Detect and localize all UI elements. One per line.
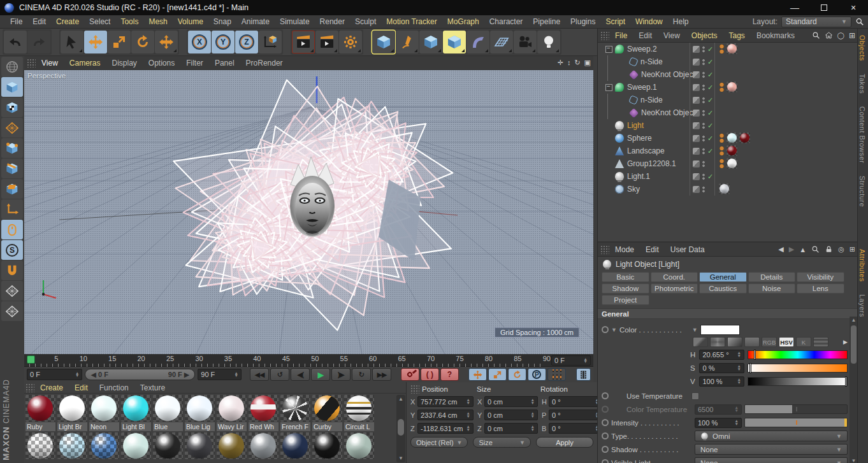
material-tag[interactable] [727,158,737,169]
expand-toggle[interactable] [605,160,612,167]
enabled-checkmark[interactable]: ✓ [707,71,714,79]
visibility-column[interactable]: ✓ [690,132,715,145]
visibility-column[interactable] [690,157,715,170]
use-temperature-checkbox[interactable] [691,392,699,400]
material-item[interactable]: Wavy Lir [217,395,248,431]
viewport-menu-item[interactable]: Filter [180,59,209,68]
visibility-column[interactable]: ✓ [690,145,715,157]
close-button[interactable]: × [839,0,868,15]
object-name[interactable]: NeoKnot Object [641,70,695,79]
transport-button[interactable]: ◀◀ [250,368,269,381]
color-temperature-field[interactable]: 6500▲▼ [695,404,742,415]
panel-grip[interactable] [410,385,419,394]
rotation-field[interactable]: 0 °▲▼ [549,423,602,434]
points-mode-button[interactable] [1,138,23,158]
move-tool[interactable] [84,31,107,53]
viewport-menu-item[interactable]: Display [106,59,142,68]
visibility-dots-icon[interactable] [702,160,705,167]
object-name[interactable]: Light [627,121,644,130]
minimize-button[interactable]: — [780,0,809,15]
material-item[interactable]: Neon [89,395,120,431]
attribute-menu-item[interactable]: Mode [609,245,640,254]
expand-toggle[interactable] [605,122,612,129]
panel-side-tab[interactable]: Layers [858,288,867,324]
color-mode-button[interactable]: K [796,337,811,347]
viewport-menu-item[interactable]: View [36,59,64,68]
visibility-column[interactable]: ✓ [690,94,715,106]
render-to-picture-viewer-button[interactable] [315,31,338,53]
object-row[interactable]: NeoKnot Object ✓ [598,106,858,119]
channel-gradient-slider[interactable] [748,350,848,359]
menu-item[interactable]: Script [600,17,630,26]
material-tag[interactable] [727,82,737,92]
position-field[interactable]: 757.772 cm▲▼ [417,396,474,407]
menu-item[interactable]: Help [668,17,694,26]
attribute-tab[interactable]: Noise [748,283,796,294]
slider-marker[interactable] [754,350,756,360]
visibility-column[interactable]: ✓ [690,43,715,55]
attribute-tab[interactable]: Visibility [797,272,844,282]
visibility-column[interactable]: ✓ [690,55,715,68]
material-item[interactable]: Light Br [57,395,89,431]
zoom-view-icon[interactable]: ↕ [567,59,571,67]
intensity-field[interactable]: 100 %▲▼ [695,418,742,428]
restore-button[interactable] [809,0,839,15]
expand-toggle[interactable] [605,148,612,155]
scroll-down-icon[interactable]: ▼ [396,455,405,461]
rotation-field[interactable]: 0 °▲▼ [549,410,602,420]
tag-dots-icon[interactable] [719,133,725,143]
param-circle-icon[interactable] [602,446,609,453]
layer-chip-icon[interactable] [693,122,700,129]
scroll-up-icon[interactable]: ▲ [396,396,405,402]
panel-grip[interactable] [600,31,609,40]
transport-button[interactable]: ▶▶ [372,368,391,381]
key-pla-toggle[interactable] [547,368,566,381]
visibility-dots-icon[interactable] [702,110,705,117]
search-icon[interactable] [812,31,820,39]
viewport-menu-item[interactable]: Panel [209,59,240,68]
start-frame-field[interactable]: 0 F▲▼ [27,369,82,380]
key-position-toggle[interactable] [468,368,487,381]
material-item[interactable] [25,432,57,459]
panel-side-tab[interactable]: Attributes [858,243,867,288]
menu-item[interactable]: Render [315,17,350,26]
visibility-column[interactable]: ✓ [690,81,715,94]
menu-item[interactable]: Simulate [275,17,315,26]
material-item[interactable] [57,432,89,459]
lock-icon[interactable] [825,245,833,253]
material-item[interactable]: Light Bl [121,395,152,431]
material-tag[interactable] [727,132,737,143]
material-item[interactable]: Blue Lig [185,395,216,431]
layer-chip-icon[interactable] [693,71,700,78]
object-name[interactable]: Group12208.1 [627,159,676,168]
object-name[interactable]: n-Side [640,57,663,66]
environment-floor-button[interactable] [490,31,513,53]
expand-toggle[interactable] [605,173,612,180]
expand-caret-icon[interactable]: ▼ [692,327,698,333]
slider-marker[interactable] [845,376,847,387]
object-manager-menu-item[interactable]: File [609,31,633,40]
object-row[interactable]: Sky [598,183,858,196]
visibility-column[interactable]: ✓ [690,106,715,119]
color-mode-button[interactable]: RGB [762,337,777,347]
channel-value-field[interactable]: 20.655 °▲▼ [699,350,744,360]
history-back-icon[interactable]: ◀ [778,245,783,253]
snap-s-button[interactable]: S [1,240,23,260]
add-panel-icon[interactable]: ⊞ [849,31,855,40]
menu-item[interactable]: Plugins [565,17,600,26]
object-manager-menu-item[interactable]: Tags [723,31,751,40]
menu-item[interactable]: Sculpt [350,17,381,26]
texture-mode-button[interactable] [1,97,23,117]
search-icon[interactable] [811,245,820,253]
attribute-tab[interactable]: Details [748,272,796,282]
model-mode-button[interactable] [1,77,23,97]
record-keyframe-button[interactable] [401,368,419,381]
expand-caret-icon[interactable]: ▼ [611,327,617,333]
layer-chip-icon[interactable] [693,160,700,167]
snap-magnet-button[interactable] [1,260,23,280]
layer-chip-icon[interactable] [693,135,700,142]
enabled-checkmark[interactable]: ✓ [707,122,714,130]
menu-item[interactable]: Snap [208,17,236,26]
tag-column[interactable] [719,158,737,169]
transport-button[interactable]: ↺ [270,368,289,381]
